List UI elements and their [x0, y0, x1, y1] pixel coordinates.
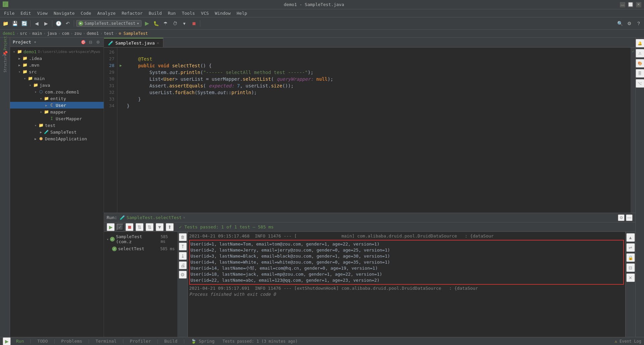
- run-again-button[interactable]: ▶: [107, 223, 115, 231]
- structure-icon[interactable]: Structure: [1, 59, 9, 68]
- tree-item-user[interactable]: ▶ C User: [10, 102, 104, 109]
- status-run-button[interactable]: ▶: [3, 337, 11, 345]
- tree-item-idea[interactable]: ▶ 📁 .idea: [10, 55, 104, 62]
- tree-item-entity[interactable]: ▾ 📁 entity: [10, 95, 104, 102]
- notifications-button[interactable]: 🔔: [636, 39, 644, 48]
- palette-button[interactable]: 🎨: [636, 59, 644, 68]
- undo-button[interactable]: ↶: [64, 19, 72, 27]
- tree-item-demo1[interactable]: ▾ 📁 demo1 D:\users\idea-workspace\Mywo: [10, 48, 104, 55]
- rerun-failed-button[interactable]: ✓: [117, 224, 123, 230]
- tree-item-sampletest[interactable]: ▶ 🧪 SampleTest: [10, 129, 104, 135]
- menu-navigate[interactable]: Navigate: [51, 10, 77, 16]
- project-tab[interactable]: Project: [1, 39, 9, 48]
- stop-run-button[interactable]: ⏹: [125, 223, 133, 231]
- profile-button[interactable]: ⏱: [171, 19, 179, 27]
- settings-button[interactable]: ⚙: [625, 19, 633, 27]
- menu-refactor[interactable]: Refactor: [119, 10, 146, 16]
- tree-item-usermapper[interactable]: I UserMapper: [10, 115, 104, 122]
- sync-button[interactable]: 🔄: [20, 19, 28, 27]
- menu-run[interactable]: Run: [165, 10, 178, 16]
- menu-edit[interactable]: Edit: [18, 10, 34, 16]
- forward-button[interactable]: ▶: [42, 19, 50, 27]
- menu-analyze[interactable]: Analyze: [95, 10, 118, 16]
- menu-vcs[interactable]: VCS: [198, 10, 211, 16]
- git-button[interactable]: ⌥: [636, 79, 644, 88]
- help-button[interactable]: ?: [635, 19, 643, 27]
- search-everywhere-button[interactable]: 🔍: [616, 19, 624, 27]
- breadcrumb-zou[interactable]: zou: [74, 31, 82, 36]
- close-console-button[interactable]: ✕: [626, 273, 635, 282]
- tree-item-src[interactable]: ▾ 📁 src: [10, 68, 104, 75]
- close-button[interactable]: ✕: [636, 2, 641, 7]
- status-profiler[interactable]: Profiler: [130, 339, 151, 344]
- status-terminal[interactable]: Terminal: [96, 339, 117, 344]
- run-button[interactable]: ▶: [143, 19, 151, 27]
- breadcrumb-sample-test[interactable]: ⊙ SampleTest: [119, 31, 148, 36]
- status-todo[interactable]: TODO: [37, 339, 48, 344]
- status-spring[interactable]: 🍃 Spring: [191, 339, 215, 344]
- soft-wrap-button[interactable]: ⇌: [626, 243, 635, 252]
- test-item-sampletest[interactable]: ▾ ✓ SampleTest (com.z 585 ms: [104, 233, 177, 245]
- tree-item-demo1app[interactable]: ▶ ⬢ Demo1Application: [10, 135, 104, 142]
- maximize-button[interactable]: ⬜: [628, 2, 633, 7]
- breadcrumb-src[interactable]: src: [20, 31, 27, 36]
- tree-item-mvn[interactable]: ▶ 📁 .mvn: [10, 62, 104, 68]
- tree-item-test[interactable]: ▾ 📁 test: [10, 122, 104, 129]
- tab-sample-test[interactable]: 🧪 SampleTest.java ✕: [104, 38, 163, 47]
- menu-view[interactable]: View: [35, 10, 50, 16]
- tree-item-package[interactable]: ▾ ⬡ com.zou.demo1: [10, 88, 104, 95]
- collapse-all-button[interactable]: ⊟: [88, 39, 94, 45]
- event-log-button[interactable]: ⚠ Event Log: [615, 339, 642, 344]
- menu-tools[interactable]: Tools: [179, 10, 198, 16]
- filter-button[interactable]: ▼: [156, 223, 164, 231]
- sidebar-dropdown-icon[interactable]: ▾: [34, 40, 37, 45]
- open-file-button[interactable]: 📁: [1, 19, 9, 27]
- more-runners-button[interactable]: ▾: [180, 19, 189, 27]
- tab-close-button[interactable]: ✕: [157, 41, 159, 45]
- breadcrumb-demo1[interactable]: demo1: [87, 31, 99, 36]
- save-button[interactable]: 💾: [11, 19, 19, 27]
- menu-file[interactable]: File: [1, 10, 17, 16]
- tree-item-mapper[interactable]: ▾ 📁 mapper: [10, 109, 104, 115]
- run-tab[interactable]: 🧪 SampleTest.selectTest ✕: [120, 215, 185, 220]
- breadcrumb-java[interactable]: java: [47, 31, 57, 36]
- tree-item-java[interactable]: ▾ 📁 java: [10, 82, 104, 88]
- run-panel-settings-button[interactable]: ⚙: [618, 214, 625, 221]
- fold-button[interactable]: ▲: [626, 233, 635, 242]
- status-build[interactable]: Build: [164, 339, 177, 344]
- sort-button[interactable]: ⇅: [136, 223, 144, 231]
- sort-alpha-button[interactable]: ⇅: [146, 223, 154, 231]
- status-problems[interactable]: Problems: [61, 339, 82, 344]
- recent-files-button[interactable]: 🕐: [54, 19, 62, 27]
- tree-item-main[interactable]: ▾ 📁 main: [10, 75, 104, 82]
- console-clear-button[interactable]: 🗑: [179, 233, 187, 241]
- menu-window[interactable]: Window: [212, 10, 233, 16]
- breadcrumb-project[interactable]: demo1: [3, 31, 15, 36]
- minimize-button[interactable]: —: [620, 2, 625, 7]
- sidebar-settings-button[interactable]: ⚙: [95, 39, 101, 45]
- export-button[interactable]: ⬆: [166, 223, 174, 231]
- breadcrumb-test[interactable]: test: [104, 31, 114, 36]
- console-scroll-top-button[interactable]: ⤒: [179, 243, 187, 251]
- test-item-selecttest[interactable]: ✓ selectTest 585 ms: [104, 245, 177, 252]
- run-panel-minimize-button[interactable]: —: [626, 214, 633, 221]
- run-tab-close[interactable]: ✕: [183, 215, 185, 220]
- run-config-dropdown[interactable]: ▶ SampleTest.selectTest ▾: [76, 20, 142, 27]
- database-button[interactable]: 🗄: [636, 69, 644, 78]
- console-scroll-bottom-button[interactable]: ⤓: [179, 252, 187, 260]
- menu-help[interactable]: Help: [234, 10, 250, 16]
- console-settings-button[interactable]: ⚙: [179, 271, 187, 279]
- console-print-button[interactable]: 🖨: [179, 261, 187, 269]
- filter-console-button[interactable]: ⊟: [626, 263, 635, 272]
- stop-button[interactable]: ⏹: [190, 19, 198, 27]
- back-button[interactable]: ◀: [33, 19, 41, 27]
- menu-build[interactable]: Build: [146, 10, 164, 16]
- scroll-lock-button[interactable]: 🔒: [626, 253, 635, 262]
- menu-code[interactable]: Code: [78, 10, 94, 16]
- locate-file-button[interactable]: 🎯: [80, 39, 86, 45]
- debug-button[interactable]: 🐛: [152, 19, 160, 27]
- breadcrumb-com[interactable]: com: [62, 31, 69, 36]
- breadcrumb-main[interactable]: main: [32, 31, 42, 36]
- problems-icon-button[interactable]: ⚠: [636, 49, 644, 58]
- coverage-button[interactable]: ☂: [162, 19, 170, 27]
